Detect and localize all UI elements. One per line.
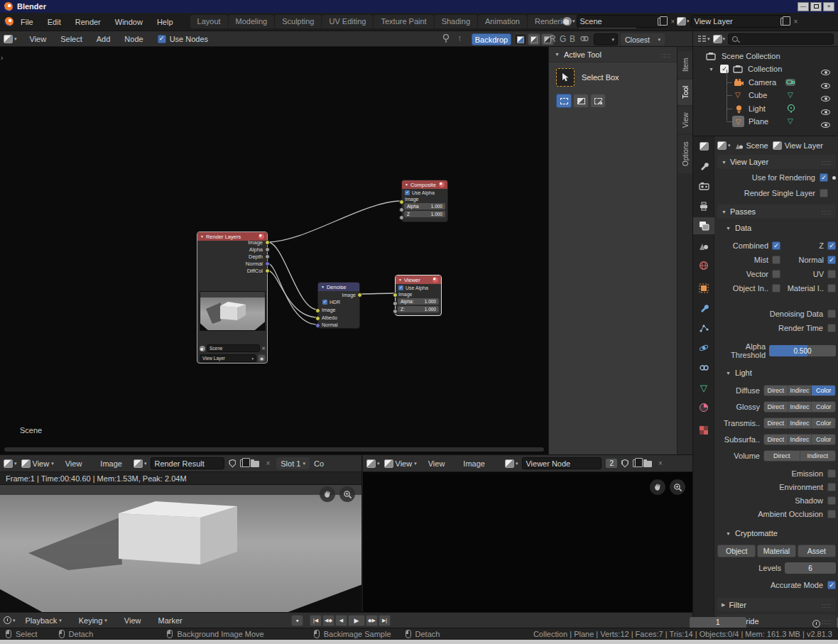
- previous-keyframe-button[interactable]: ◀◆: [322, 615, 334, 626]
- tab-shading[interactable]: Shading: [435, 15, 477, 28]
- tab-modeling[interactable]: Modeling: [229, 15, 275, 28]
- ambient-occlusion-checkbox[interactable]: [827, 510, 836, 518]
- transmission-direct-button[interactable]: Direct: [764, 418, 788, 428]
- cryptomatte-material-button[interactable]: Material: [757, 545, 795, 557]
- use-alpha-checkbox[interactable]: [405, 190, 410, 195]
- socket-depth[interactable]: [265, 254, 270, 259]
- properties-context-dropdown[interactable]: ▾: [717, 141, 731, 150]
- subsurface-indirect-button[interactable]: Indirec: [788, 435, 812, 444]
- alpha-value-field[interactable]: Alpha1.000: [404, 203, 445, 209]
- go-to-parent-icon[interactable]: ↑: [457, 33, 462, 43]
- tab-item[interactable]: Item: [678, 51, 693, 78]
- menu-help[interactable]: Help: [150, 18, 180, 26]
- use-preview-range-icon[interactable]: [812, 620, 820, 628]
- previous-frame-button[interactable]: ◀: [335, 615, 347, 626]
- volume-direct-button[interactable]: Direct: [764, 451, 800, 461]
- tab-object-data-icon[interactable]: ▽: [693, 379, 714, 396]
- view-layer-name-field[interactable]: View Layer: [691, 15, 790, 28]
- cryptomatte-object-button[interactable]: Object: [717, 545, 756, 557]
- scene-type-dropdown[interactable]: ▾: [562, 17, 575, 26]
- use-alpha-row[interactable]: Use Alpha: [396, 284, 441, 290]
- uv-checkbox[interactable]: [827, 270, 836, 278]
- tab-layout[interactable]: Layout: [190, 15, 228, 28]
- socket-image-in[interactable]: [399, 200, 404, 204]
- next-keyframe-button[interactable]: ◆▶: [366, 615, 378, 626]
- node-scene-field[interactable]: Scene: [207, 344, 260, 352]
- alpha-threshold-slider[interactable]: 0.500: [769, 345, 836, 356]
- node-view-layer-dropdown[interactable]: View Layer▾: [200, 354, 256, 362]
- unlink-scene-icon[interactable]: ×: [669, 18, 678, 26]
- use-nodes-checkbox[interactable]: [158, 35, 166, 43]
- socket-alpha-in[interactable]: [399, 207, 404, 212]
- node-menu-add[interactable]: Add: [89, 35, 118, 43]
- expand-arrow-icon[interactable]: ▼: [709, 67, 714, 72]
- select-mode-extend-button[interactable]: [573, 94, 589, 108]
- tab-texture-icon[interactable]: [693, 422, 714, 439]
- socket-image[interactable]: [265, 240, 270, 245]
- menu-render[interactable]: Render: [68, 18, 108, 26]
- channel-g-button[interactable]: G: [560, 34, 566, 44]
- transmission-indirect-button[interactable]: Indirec: [788, 418, 812, 428]
- visibility-eye-icon[interactable]: [821, 70, 830, 75]
- tab-tool-icon[interactable]: [693, 158, 714, 175]
- close-button[interactable]: ×: [823, 2, 834, 11]
- node-viewer[interactable]: ▼ Viewer Use Alpha Image Alpha:1.000 Z:1…: [395, 275, 442, 316]
- editor-type-dropdown[interactable]: ▾: [4, 35, 17, 43]
- socket-image-in[interactable]: [315, 308, 320, 313]
- horizontal-scrollbar[interactable]: [4, 447, 544, 452]
- visibility-eye-icon[interactable]: [821, 96, 830, 102]
- animate-dot-icon[interactable]: [832, 176, 836, 180]
- viewer-node-viewport[interactable]: [363, 472, 692, 612]
- select-mode-subtract-button[interactable]: [590, 94, 606, 108]
- render-result-viewport[interactable]: [0, 485, 362, 612]
- scene-icon[interactable]: [200, 346, 205, 351]
- maximize-button[interactable]: [810, 2, 822, 11]
- socket-alpha[interactable]: [265, 247, 270, 252]
- node-menu-node[interactable]: Node: [117, 35, 150, 43]
- zoom-icon[interactable]: [339, 486, 355, 502]
- jump-to-start-button[interactable]: |◀: [310, 615, 322, 626]
- node-denoise-header[interactable]: ▼ Denoise: [318, 283, 359, 291]
- jump-to-end-button[interactable]: ▶|: [379, 615, 391, 626]
- tab-output-icon[interactable]: [693, 197, 714, 214]
- material-index-checkbox[interactable]: [827, 284, 836, 293]
- panel-filter-header[interactable]: ▶Filter: [717, 598, 836, 611]
- new-scene-icon[interactable]: [658, 18, 664, 26]
- tab-tool[interactable]: Tool: [678, 80, 693, 105]
- use-alpha-row[interactable]: Use Alpha: [402, 189, 447, 195]
- glossy-color-button[interactable]: Color: [812, 402, 835, 412]
- diffuse-direct-button[interactable]: Direct: [764, 386, 788, 395]
- mist-checkbox[interactable]: [772, 256, 780, 264]
- zoom-icon[interactable]: [670, 479, 685, 495]
- render-single-layer-checkbox[interactable]: [820, 189, 828, 197]
- glossy-indirect-button[interactable]: Indirec: [788, 402, 812, 412]
- tab-particles-icon[interactable]: [693, 320, 714, 337]
- pan-hand-icon[interactable]: [320, 486, 335, 502]
- image-menu-image[interactable]: Image: [93, 459, 129, 468]
- collection-checkbox[interactable]: ✓: [720, 65, 729, 73]
- cryptomatte-asset-button[interactable]: Asset: [798, 545, 836, 557]
- keying-menu[interactable]: Keying▾: [72, 616, 114, 625]
- current-frame-field[interactable]: 1: [690, 617, 746, 628]
- emission-checkbox[interactable]: [827, 469, 836, 478]
- node-denoise[interactable]: ▼ Denoise Image HDR Image Albedo Normal: [317, 282, 360, 329]
- use-alpha-checkbox[interactable]: [398, 285, 403, 290]
- snap-dropdown[interactable]: ▾: [594, 33, 618, 45]
- breadcrumb-scene[interactable]: Scene: [735, 141, 768, 150]
- subsurface-direct-button[interactable]: Direct: [764, 435, 788, 444]
- visibility-eye-icon[interactable]: [821, 83, 830, 89]
- playback-menu[interactable]: Playback▾: [18, 616, 69, 625]
- normal-checkbox[interactable]: [827, 256, 836, 264]
- tab-options[interactable]: Options: [678, 135, 693, 173]
- tab-render-icon[interactable]: [693, 178, 714, 195]
- fake-user-icon[interactable]: [621, 459, 628, 468]
- combined-checkbox[interactable]: [772, 241, 780, 250]
- socket-alpha-in[interactable]: [393, 301, 398, 306]
- subsurface-color-button[interactable]: Color: [812, 435, 835, 444]
- socket-z-in[interactable]: [393, 309, 398, 314]
- node-canvas[interactable]: › ▼ Render Layers Image Alpha Depth Norm…: [0, 47, 548, 454]
- active-tool-row[interactable]: Select Box: [549, 62, 677, 92]
- outliner-row-camera[interactable]: Camera: [693, 76, 838, 89]
- diffuse-color-button[interactable]: Color: [812, 386, 835, 395]
- pan-hand-icon[interactable]: [650, 479, 665, 495]
